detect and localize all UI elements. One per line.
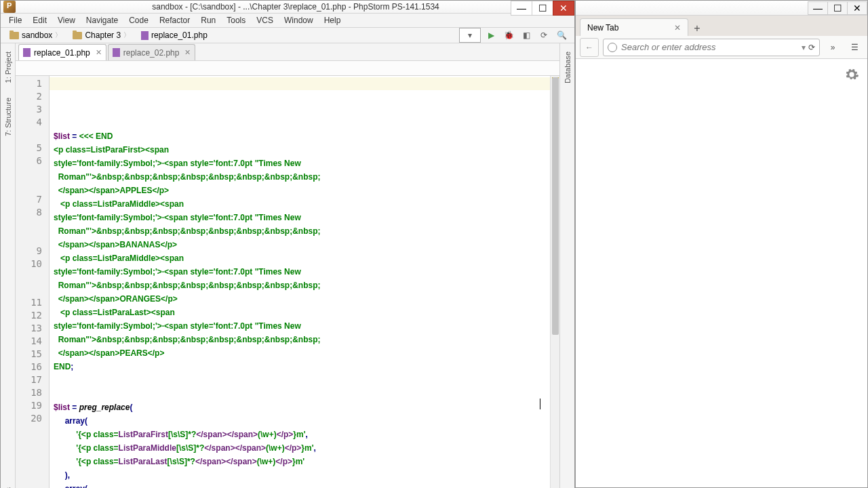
run-button[interactable]: ▶ <box>484 28 498 43</box>
vertical-scrollbar[interactable] <box>550 76 559 488</box>
reload-button[interactable]: ⟳ <box>808 43 815 52</box>
new-tab-button[interactable]: + <box>688 21 706 36</box>
editor-tabs: replace_01.php✕replace_02.php✕ <box>16 43 559 61</box>
browser-toolbar: ← ▾ ⟳ » ☰ <box>576 36 867 59</box>
database-tool[interactable]: Database <box>562 46 573 89</box>
menu-button[interactable]: ☰ <box>846 39 863 56</box>
editor-breadcrumb <box>16 61 559 76</box>
browser-maximize-button[interactable]: ☐ <box>827 1 848 15</box>
breadcrumb-sandbox[interactable]: sandbox〉 <box>5 28 66 42</box>
project-tool[interactable]: 1: Project <box>3 46 14 88</box>
menu-window[interactable]: Window <box>279 14 319 27</box>
coverage-button[interactable]: ◧ <box>519 28 534 43</box>
browser-minimize-button[interactable]: — <box>808 1 828 15</box>
line-gutter: 1 2 3 4 5 6 7 8 9 10 11 12 13 14 15 16 1… <box>16 76 50 488</box>
left-tool-rail: 1: Project 7: Structure 2: Favorites <box>1 43 16 488</box>
menu-navigate[interactable]: Navigate <box>81 14 123 27</box>
menu-help[interactable]: Help <box>319 14 347 27</box>
tab-close-icon[interactable]: ✕ <box>96 48 102 57</box>
phpstorm-icon <box>3 1 16 13</box>
menu-edit[interactable]: Edit <box>27 14 52 27</box>
gear-icon[interactable] <box>844 67 859 82</box>
tab-close-icon[interactable]: ✕ <box>674 23 681 33</box>
browser-tab-strip: New Tab ✕ + <box>576 16 867 36</box>
browser-close-button[interactable]: ✕ <box>847 1 867 15</box>
ide-titlebar: sandbox - [C:\sandbox] - ...\Chapter 3\r… <box>1 1 574 14</box>
editor-tab-replace_02.php[interactable]: replace_02.php✕ <box>108 44 196 60</box>
editor-tab-replace_01.php[interactable]: replace_01.php✕ <box>18 44 106 60</box>
address-bar[interactable]: ▾ ⟳ <box>603 39 820 56</box>
scroll-thumb[interactable] <box>552 77 559 335</box>
close-button[interactable]: ✕ <box>553 1 574 16</box>
stop-button[interactable]: ⟳ <box>536 28 551 43</box>
menu-run[interactable]: Run <box>195 14 221 27</box>
menu-refactor[interactable]: Refactor <box>154 14 195 27</box>
menu-tools[interactable]: Tools <box>221 14 251 27</box>
debug-button[interactable]: 🐞 <box>501 28 516 43</box>
code-editor[interactable]: $list = <<< END <p class=ListParaFirst><… <box>50 76 550 488</box>
right-tool-rail: Database <box>559 43 574 488</box>
browser-tab[interactable]: New Tab ✕ <box>580 18 688 36</box>
tab-close-icon[interactable]: ✕ <box>184 48 191 57</box>
address-input[interactable] <box>621 42 799 52</box>
structure-tool[interactable]: 7: Structure <box>3 92 14 142</box>
breadcrumb-replace_01-php[interactable]: replace_01.php <box>136 28 212 42</box>
breadcrumb-toolbar: sandbox〉Chapter 3〉replace_01.php ▾ ▶ 🐞 ◧… <box>1 28 574 43</box>
browser-window: — ☐ ✕ New Tab ✕ + ← ▾ ⟳ » ☰ <box>575 0 868 488</box>
menu-view[interactable]: View <box>52 14 81 27</box>
minimize-button[interactable]: — <box>511 1 532 16</box>
menu-bar: FileEditViewNavigateCodeRefactorRunTools… <box>1 14 574 28</box>
overflow-button[interactable]: » <box>824 39 842 56</box>
search-button[interactable]: 🔍 <box>554 28 569 43</box>
browser-tab-label: New Tab <box>587 23 618 33</box>
run-config-dropdown[interactable]: ▾ <box>459 28 481 43</box>
browser-titlebar: — ☐ ✕ <box>576 1 867 16</box>
globe-icon <box>608 43 617 52</box>
browser-viewport <box>576 59 867 487</box>
menu-file[interactable]: File <box>3 14 27 27</box>
back-button[interactable]: ← <box>580 38 599 57</box>
menu-vcs[interactable]: VCS <box>251 14 279 27</box>
maximize-button[interactable]: ☐ <box>532 1 553 16</box>
favorites-tool[interactable]: 2: Favorites <box>3 482 14 488</box>
address-dropdown-icon[interactable]: ▾ <box>802 43 806 52</box>
menu-code[interactable]: Code <box>123 14 154 27</box>
breadcrumb-chapter-3[interactable]: Chapter 3〉 <box>68 28 135 42</box>
window-title: sandbox - [C:\sandbox] - ...\Chapter 3\r… <box>20 2 572 12</box>
ide-window: sandbox - [C:\sandbox] - ...\Chapter 3\r… <box>0 0 575 488</box>
